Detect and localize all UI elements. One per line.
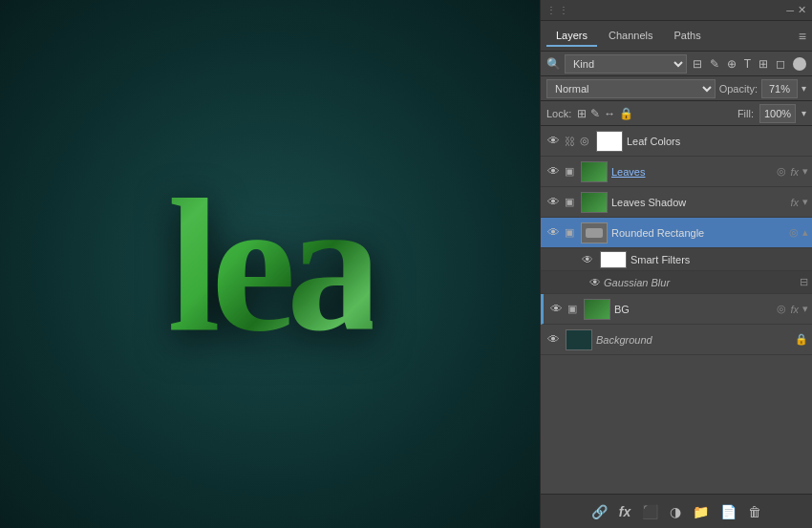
layer-item-leaf-colors[interactable]: 👁 ⛓ ◎ Leaf Colors	[541, 126, 812, 157]
bottom-toolbar: 🔗 fx ⬛ ◑ 📁 📄 🗑	[541, 494, 812, 528]
layer-item-bg[interactable]: 👁 ▣ BG ◎ fx ▾	[541, 294, 812, 325]
shape-icon: ▣	[562, 226, 577, 239]
lock-fill-row: Lock: ⊞ ✎ ↔ 🔒 Fill: ▾	[541, 101, 812, 126]
chain-icon: ⛓	[562, 136, 577, 147]
eye-icon[interactable]: 👁	[545, 224, 562, 242]
layer-name: BG	[614, 304, 773, 315]
kind-icon-6[interactable]: ◻	[774, 56, 787, 72]
eye-icon[interactable]: 👁	[579, 251, 596, 268]
kind-icon-2[interactable]: ✎	[708, 56, 721, 72]
leaf-text: lea	[167, 155, 372, 373]
fx-icon[interactable]: fx	[790, 197, 799, 208]
eye-icon[interactable]: 👁	[545, 331, 562, 348]
search-icon: 🔍	[546, 57, 561, 71]
layer-thumbnail	[581, 222, 608, 243]
kind-circle-icon	[793, 57, 806, 71]
opacity-arrow[interactable]: ▾	[801, 83, 806, 94]
group-icon: ▣	[562, 165, 577, 178]
kind-icon-3[interactable]: ⊕	[725, 56, 738, 72]
canvas-area: lea	[0, 0, 540, 528]
eye-icon[interactable]: 👁	[545, 163, 562, 180]
lock-icon[interactable]: 🔒	[795, 333, 808, 346]
lock-icon-move[interactable]: ↔	[604, 107, 615, 120]
panel-menu-icon[interactable]: ≡	[799, 29, 806, 44]
kind-icon-1[interactable]: ⊟	[691, 56, 704, 72]
layers-list: 👁 ⛓ ◎ Leaf Colors 👁 ▣ Leaves ◎ fx ▾ 👁 ▣ …	[541, 126, 812, 494]
fill-label: Fill:	[737, 108, 754, 119]
layer-right-icons: ◎ fx ▾	[777, 303, 808, 315]
fill-input[interactable]	[759, 104, 796, 123]
layer-name: Gaussian Blur	[604, 277, 796, 288]
lock-icon-all[interactable]: 🔒	[619, 107, 633, 120]
group-icon: ▣	[565, 303, 580, 315]
layer-item-gaussian-blur[interactable]: 👁 Gaussian Blur ⊟	[541, 271, 812, 294]
adjustment-icon[interactable]: ⬛	[640, 502, 660, 521]
minimize-button[interactable]: ─	[786, 5, 794, 16]
kind-icon-5[interactable]: ⊞	[757, 56, 770, 72]
layer-name: Leaves Shadow	[611, 197, 786, 208]
eye-icon[interactable]: 👁	[547, 301, 565, 318]
fx-icon[interactable]: fx	[617, 502, 632, 521]
blend-toolbar-row: Normal Opacity: ▾	[541, 76, 812, 101]
layer-right-icons: ◎ fx ▾	[777, 165, 808, 178]
kind-select[interactable]: Kind	[565, 54, 687, 74]
mask-icon[interactable]: ◑	[668, 502, 683, 521]
layer-right-icons: fx ▾	[790, 196, 808, 208]
sliders-icon[interactable]: ⊟	[800, 276, 808, 288]
layer-right-icons: ◎ ▴	[789, 226, 808, 239]
layer-thumbnail	[581, 161, 608, 182]
fx-circle-icon: ◎	[577, 135, 592, 147]
layer-item-smart-filters[interactable]: 👁 Smart Filters	[541, 248, 812, 271]
layer-name: Background	[596, 334, 791, 346]
layer-name: Leaf Colors	[627, 136, 808, 147]
close-button[interactable]: ✕	[798, 4, 806, 16]
collapse-icon[interactable]: ▴	[802, 226, 808, 239]
kind-icon-4[interactable]: T	[742, 56, 753, 72]
eye-circle-icon[interactable]: ◎	[777, 303, 786, 315]
resize-handle: ⋮ ⋮	[546, 5, 568, 15]
opacity-label: Opacity:	[719, 83, 758, 95]
lock-label: Lock:	[546, 108, 571, 119]
link-icon[interactable]: 🔗	[589, 502, 609, 521]
eye-icon[interactable]: 👁	[545, 133, 562, 150]
expand-icon[interactable]: ▾	[802, 165, 808, 178]
layers-panel: ⋮ ⋮ ─ ✕ Layers Channels Paths ≡ 🔍 Kind ⊟…	[540, 0, 812, 528]
layer-thumbnail	[566, 329, 592, 350]
fx-icon[interactable]: fx	[790, 166, 799, 178]
eye-icon[interactable]: 👁	[545, 194, 562, 211]
eye-circle-icon[interactable]: ◎	[777, 165, 786, 178]
layer-item-rounded-rect[interactable]: 👁 ▣ Rounded Rectangle ◎ ▴	[541, 218, 812, 248]
eye-circle-icon[interactable]: ◎	[789, 226, 799, 239]
lock-icon-draw[interactable]: ✎	[590, 107, 600, 120]
panel-topbar: ⋮ ⋮ ─ ✕	[541, 0, 812, 21]
tab-paths[interactable]: Paths	[665, 26, 711, 47]
tab-group: Layers Channels Paths	[546, 26, 711, 47]
tab-channels[interactable]: Channels	[599, 26, 662, 47]
expand-icon[interactable]: ▾	[802, 303, 808, 315]
layer-item-leaves-shadow[interactable]: 👁 ▣ Leaves Shadow fx ▾	[541, 187, 812, 218]
tab-bar: Layers Channels Paths ≡	[541, 21, 812, 52]
expand-icon[interactable]: ▾	[802, 196, 808, 208]
layer-thumbnail	[596, 131, 623, 152]
opacity-input[interactable]	[761, 79, 798, 98]
tab-layers[interactable]: Layers	[546, 26, 597, 47]
layer-name: Leaves	[611, 166, 773, 178]
folder-icon[interactable]: 📁	[691, 502, 711, 521]
trash-icon[interactable]: 🗑	[746, 502, 763, 521]
new-layer-icon[interactable]: 📄	[718, 502, 738, 521]
eye-icon[interactable]: 👁	[587, 274, 604, 291]
layer-name: Smart Filters	[630, 254, 808, 265]
layer-item-leaves[interactable]: 👁 ▣ Leaves ◎ fx ▾	[541, 157, 812, 187]
layer-name: Rounded Rectangle	[611, 227, 785, 239]
lock-icons: ⊞ ✎ ↔ 🔒	[577, 107, 732, 120]
group-icon: ▣	[562, 196, 577, 208]
layer-right-icons: ⊟	[800, 276, 808, 288]
kind-toolbar-row: 🔍 Kind ⊟ ✎ ⊕ T ⊞ ◻	[541, 52, 812, 76]
fx-icon[interactable]: fx	[790, 304, 799, 315]
fill-arrow[interactable]: ▾	[801, 108, 806, 118]
lock-icon-pixels[interactable]: ⊞	[577, 107, 587, 120]
blend-mode-select[interactable]: Normal	[546, 79, 716, 98]
layer-thumbnail	[581, 192, 608, 213]
layer-thumbnail	[584, 299, 610, 320]
layer-item-background[interactable]: 👁 Background 🔒	[541, 325, 812, 355]
